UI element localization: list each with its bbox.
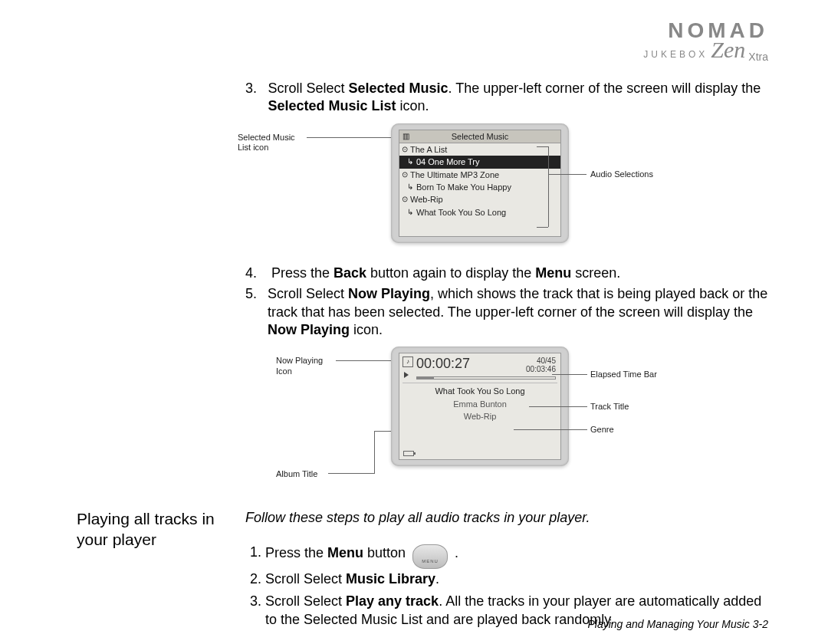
- screen-title: Selected Music: [452, 132, 509, 141]
- list-item: ↳04 One More Try: [399, 156, 560, 168]
- callout-audio-selections: Audio Selections: [590, 169, 653, 179]
- callout-album-title: Album Title: [276, 469, 317, 479]
- elapsed-time-bar: [416, 376, 556, 380]
- page-footer: Playing and Managing Your Music 3-2: [587, 618, 768, 630]
- track-count: 40/45: [537, 356, 556, 365]
- callout-track-title: Track Title: [590, 402, 629, 412]
- callout-now-playing-icon: Now Playing Icon: [276, 356, 337, 376]
- artist-name: Emma Bunton: [399, 398, 560, 410]
- callout-selected-music-icon: Selected Music List icon: [238, 133, 307, 153]
- track-title: What Took You So Long: [399, 385, 560, 397]
- list-item: ⊙The Ultimate MP3 Zone: [399, 169, 560, 181]
- list-icon: ▥: [402, 131, 409, 141]
- list-item: ↳Born To Make You Happy: [399, 181, 560, 193]
- list-item: ⊙The A List: [399, 143, 560, 156]
- now-playing-icon: ♪: [402, 356, 413, 367]
- step4-text: Press the Back button again to display t…: [271, 264, 620, 282]
- list-item: ↳What Took You So Long: [399, 206, 560, 219]
- elapsed-time: 00:00:27: [416, 356, 470, 373]
- logo-suffix: Xtra: [748, 51, 768, 62]
- figure-now-playing: Now Playing Icon Album Title ♪ 00:00:27 …: [245, 347, 774, 492]
- logo-sub: JUKEBOX: [643, 50, 708, 59]
- callout-genre: Genre: [590, 425, 614, 435]
- step-number: 5.: [245, 285, 257, 339]
- play-icon: [404, 372, 409, 378]
- step-number: 3.: [245, 80, 257, 116]
- section-heading: Playing all tracks in your player: [77, 509, 230, 633]
- section-lead: Follow these steps to play all audio tra…: [245, 509, 774, 527]
- battery-icon: [403, 451, 414, 456]
- album-name: Web-Rip: [399, 410, 560, 422]
- step-number: 4.: [245, 264, 261, 282]
- callout-elapsed-bar: Elapsed Time Bar: [590, 370, 657, 380]
- step5-text: Scroll Select Now Playing, which shows t…: [268, 285, 774, 339]
- list-item: ⊙Web-Rip: [399, 193, 560, 205]
- step3-text: Scroll Select Selected Music. The upper-…: [268, 80, 774, 116]
- menu-button-icon: MENU: [412, 544, 448, 569]
- product-logo: NOMAD JUKEBOX Zen Xtra: [643, 20, 768, 61]
- step-2: Scroll Select Music Library.: [265, 570, 774, 588]
- figure-selected-music: Selected Music List icon ▥ Selected Musi…: [245, 123, 774, 254]
- step-1: Press the Menu button MENU .: [265, 541, 774, 566]
- total-time: 00:03:46: [526, 365, 556, 373]
- logo-model: Zen: [711, 38, 745, 61]
